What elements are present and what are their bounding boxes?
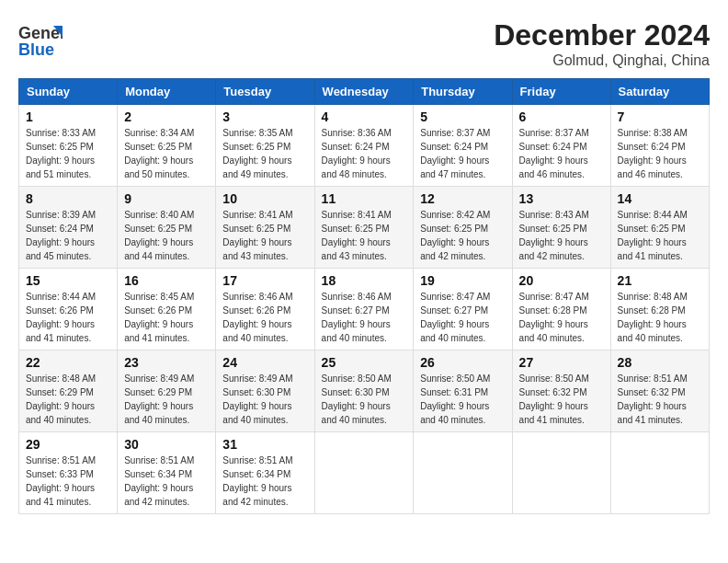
weekday-header: Tuesday: [216, 79, 314, 105]
day-number: 21: [618, 273, 702, 288]
calendar-day-cell: 24 Sunrise: 8:49 AMSunset: 6:30 PMDaylig…: [216, 350, 314, 432]
day-number: 7: [618, 109, 702, 124]
title-block: December 2024 Golmud, Qinghai, China: [494, 18, 710, 69]
calendar-day-cell: 28 Sunrise: 8:51 AMSunset: 6:32 PMDaylig…: [610, 350, 709, 432]
day-info: Sunrise: 8:50 AMSunset: 6:30 PMDaylight:…: [322, 373, 392, 425]
day-info: Sunrise: 8:51 AMSunset: 6:34 PMDaylight:…: [222, 455, 292, 507]
day-number: 25: [322, 355, 407, 370]
weekday-header: Monday: [118, 79, 216, 105]
day-info: Sunrise: 8:48 AMSunset: 6:29 PMDaylight:…: [26, 373, 96, 425]
day-info: Sunrise: 8:38 AMSunset: 6:24 PMDaylight:…: [618, 128, 688, 179]
calendar-day-cell: 20 Sunrise: 8:47 AMSunset: 6:28 PMDaylig…: [512, 269, 610, 350]
day-info: Sunrise: 8:47 AMSunset: 6:28 PMDaylight:…: [519, 292, 589, 343]
calendar-day-cell: 2 Sunrise: 8:34 AMSunset: 6:25 PMDayligh…: [118, 105, 216, 187]
location: Golmud, Qinghai, China: [494, 52, 710, 69]
day-number: 30: [124, 437, 209, 452]
weekday-header: Saturday: [610, 79, 709, 105]
day-number: 15: [26, 273, 110, 288]
day-info: Sunrise: 8:43 AMSunset: 6:25 PMDaylight:…: [519, 210, 589, 261]
day-info: Sunrise: 8:51 AMSunset: 6:34 PMDaylight:…: [124, 455, 194, 507]
calendar-day-cell: 17 Sunrise: 8:46 AMSunset: 6:26 PMDaylig…: [216, 269, 314, 350]
calendar-day-cell: 18 Sunrise: 8:46 AMSunset: 6:27 PMDaylig…: [314, 269, 414, 350]
calendar-day-cell: [414, 432, 512, 514]
calendar-day-cell: 5 Sunrise: 8:37 AMSunset: 6:24 PMDayligh…: [414, 105, 512, 187]
calendar-day-cell: 16 Sunrise: 8:45 AMSunset: 6:26 PMDaylig…: [118, 269, 216, 350]
calendar-day-cell: 31 Sunrise: 8:51 AMSunset: 6:34 PMDaylig…: [216, 432, 314, 514]
weekday-header: Wednesday: [314, 79, 414, 105]
day-info: Sunrise: 8:34 AMSunset: 6:25 PMDaylight:…: [124, 128, 194, 179]
calendar-day-cell: 7 Sunrise: 8:38 AMSunset: 6:24 PMDayligh…: [610, 105, 709, 187]
day-number: 18: [322, 273, 407, 288]
day-number: 23: [124, 355, 209, 370]
day-number: 6: [519, 109, 604, 124]
calendar-day-cell: 19 Sunrise: 8:47 AMSunset: 6:27 PMDaylig…: [414, 269, 512, 350]
day-number: 28: [618, 355, 702, 370]
calendar-week-row: 1 Sunrise: 8:33 AMSunset: 6:25 PMDayligh…: [19, 105, 710, 187]
day-number: 8: [26, 191, 110, 206]
day-number: 12: [420, 191, 505, 206]
day-info: Sunrise: 8:37 AMSunset: 6:24 PMDaylight:…: [519, 128, 589, 179]
calendar-day-cell: 29 Sunrise: 8:51 AMSunset: 6:33 PMDaylig…: [19, 432, 118, 514]
day-number: 14: [618, 191, 702, 206]
day-number: 24: [222, 355, 307, 370]
page-header: General Blue December 2024 Golmud, Qingh…: [18, 18, 710, 69]
day-info: Sunrise: 8:37 AMSunset: 6:24 PMDaylight:…: [420, 128, 490, 179]
calendar-day-cell: 14 Sunrise: 8:44 AMSunset: 6:25 PMDaylig…: [610, 187, 709, 269]
calendar-day-cell: 3 Sunrise: 8:35 AMSunset: 6:25 PMDayligh…: [216, 105, 314, 187]
day-number: 1: [26, 109, 110, 124]
weekday-header: Thursday: [414, 79, 512, 105]
day-number: 9: [124, 191, 209, 206]
day-number: 11: [322, 191, 407, 206]
day-number: 17: [222, 273, 307, 288]
day-number: 31: [222, 437, 307, 452]
calendar-day-cell: 30 Sunrise: 8:51 AMSunset: 6:34 PMDaylig…: [118, 432, 216, 514]
calendar-week-row: 15 Sunrise: 8:44 AMSunset: 6:26 PMDaylig…: [19, 269, 710, 350]
day-info: Sunrise: 8:33 AMSunset: 6:25 PMDaylight:…: [26, 128, 96, 179]
day-info: Sunrise: 8:47 AMSunset: 6:27 PMDaylight:…: [420, 292, 490, 343]
calendar-week-row: 29 Sunrise: 8:51 AMSunset: 6:33 PMDaylig…: [19, 432, 710, 514]
calendar-day-cell: 21 Sunrise: 8:48 AMSunset: 6:28 PMDaylig…: [610, 269, 709, 350]
calendar-day-cell: 26 Sunrise: 8:50 AMSunset: 6:31 PMDaylig…: [414, 350, 512, 432]
day-info: Sunrise: 8:40 AMSunset: 6:25 PMDaylight:…: [124, 210, 194, 261]
day-info: Sunrise: 8:42 AMSunset: 6:25 PMDaylight:…: [420, 210, 490, 261]
day-info: Sunrise: 8:45 AMSunset: 6:26 PMDaylight:…: [124, 292, 194, 343]
day-number: 20: [519, 273, 604, 288]
day-info: Sunrise: 8:46 AMSunset: 6:27 PMDaylight:…: [322, 292, 392, 343]
weekday-header: Sunday: [19, 79, 118, 105]
day-number: 19: [420, 273, 505, 288]
calendar-day-cell: 13 Sunrise: 8:43 AMSunset: 6:25 PMDaylig…: [512, 187, 610, 269]
calendar-day-cell: 23 Sunrise: 8:49 AMSunset: 6:29 PMDaylig…: [118, 350, 216, 432]
day-info: Sunrise: 8:46 AMSunset: 6:26 PMDaylight:…: [222, 292, 292, 343]
calendar-day-cell: 10 Sunrise: 8:41 AMSunset: 6:25 PMDaylig…: [216, 187, 314, 269]
weekday-header: Friday: [512, 79, 610, 105]
day-info: Sunrise: 8:44 AMSunset: 6:25 PMDaylight:…: [618, 210, 688, 261]
calendar-day-cell: 15 Sunrise: 8:44 AMSunset: 6:26 PMDaylig…: [19, 269, 118, 350]
day-number: 4: [322, 109, 407, 124]
day-number: 26: [420, 355, 505, 370]
day-info: Sunrise: 8:35 AMSunset: 6:25 PMDaylight:…: [222, 128, 292, 179]
calendar-day-cell: 1 Sunrise: 8:33 AMSunset: 6:25 PMDayligh…: [19, 105, 118, 187]
day-info: Sunrise: 8:36 AMSunset: 6:24 PMDaylight:…: [322, 128, 392, 179]
calendar-week-row: 22 Sunrise: 8:48 AMSunset: 6:29 PMDaylig…: [19, 350, 710, 432]
calendar-day-cell: 8 Sunrise: 8:39 AMSunset: 6:24 PMDayligh…: [19, 187, 118, 269]
day-info: Sunrise: 8:44 AMSunset: 6:26 PMDaylight:…: [26, 292, 96, 343]
day-number: 5: [420, 109, 505, 124]
logo: General Blue: [18, 18, 66, 63]
calendar-day-cell: 25 Sunrise: 8:50 AMSunset: 6:30 PMDaylig…: [314, 350, 414, 432]
calendar-day-cell: 11 Sunrise: 8:41 AMSunset: 6:25 PMDaylig…: [314, 187, 414, 269]
calendar-day-cell: 6 Sunrise: 8:37 AMSunset: 6:24 PMDayligh…: [512, 105, 610, 187]
day-number: 22: [26, 355, 110, 370]
day-number: 16: [124, 273, 209, 288]
logo-icon: General Blue: [18, 18, 63, 63]
day-number: 3: [222, 109, 307, 124]
calendar-day-cell: 9 Sunrise: 8:40 AMSunset: 6:25 PMDayligh…: [118, 187, 216, 269]
day-info: Sunrise: 8:41 AMSunset: 6:25 PMDaylight:…: [222, 210, 292, 261]
day-number: 29: [26, 437, 110, 452]
calendar-day-cell: 12 Sunrise: 8:42 AMSunset: 6:25 PMDaylig…: [414, 187, 512, 269]
calendar-header-row: SundayMondayTuesdayWednesdayThursdayFrid…: [19, 79, 710, 105]
calendar-day-cell: 22 Sunrise: 8:48 AMSunset: 6:29 PMDaylig…: [19, 350, 118, 432]
calendar-day-cell: [314, 432, 414, 514]
day-number: 2: [124, 109, 209, 124]
day-number: 13: [519, 191, 604, 206]
day-info: Sunrise: 8:51 AMSunset: 6:32 PMDaylight:…: [618, 373, 688, 425]
